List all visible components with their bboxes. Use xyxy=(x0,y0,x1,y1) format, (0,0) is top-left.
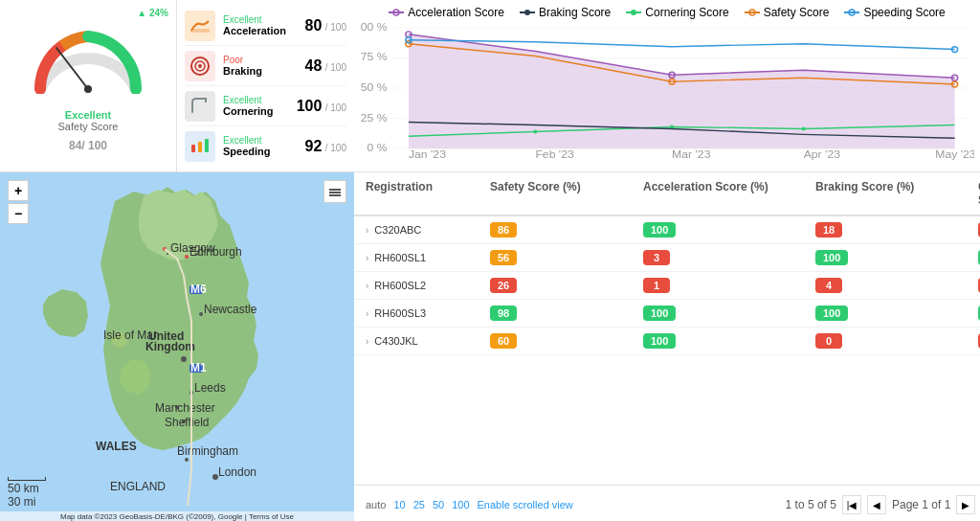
row-safety-badge: 26 xyxy=(490,278,517,293)
scores-list: Excellent Acceleration 80 / 100 Poor Bra… xyxy=(177,0,354,172)
svg-point-50 xyxy=(185,255,189,259)
next-page-button[interactable]: ▶ xyxy=(956,495,975,514)
map-layers-button[interactable] xyxy=(323,180,346,203)
header-braking: Braking Score (%) xyxy=(815,180,978,207)
svg-text:Isle of Man: Isle of Man xyxy=(103,328,160,342)
chart-svg: 100 % 75 % 50 % 25 % 0 % Jan '23 Feb '23… xyxy=(360,23,974,160)
cornering-value: 100 / 100 xyxy=(297,98,346,115)
row-accel-badge: 1 xyxy=(643,278,670,293)
svg-rect-77 xyxy=(329,194,341,196)
svg-rect-75 xyxy=(329,189,341,191)
map-placeholder: Glasgow Edinburgh Newcastle United Kingd… xyxy=(0,172,354,521)
svg-text:Leeds: Leeds xyxy=(194,381,226,395)
row-registration: RH600SL2 xyxy=(374,280,426,291)
svg-text:M1: M1 xyxy=(190,361,207,374)
row-registration: RH600SL1 xyxy=(374,252,426,263)
row-chevron[interactable]: › xyxy=(366,225,368,236)
footer-showing: 1 to 5 of 5 xyxy=(786,498,836,511)
footer-page-25[interactable]: 25 xyxy=(413,499,425,510)
gauge-text: Excellent Safety Score 84/ 100 xyxy=(58,109,119,154)
row-braking-col: 100 xyxy=(815,250,978,265)
svg-rect-7 xyxy=(191,145,195,152)
table-row: › RH600SL3 98 100 100 100 xyxy=(354,300,980,328)
svg-text:Feb '23: Feb '23 xyxy=(535,147,574,160)
row-registration: C320ABC xyxy=(374,224,421,236)
row-accel-badge: 100 xyxy=(643,222,676,238)
svg-rect-8 xyxy=(198,142,202,152)
row-chevron[interactable]: › xyxy=(366,336,368,347)
map-controls[interactable]: + − xyxy=(8,180,29,224)
prev-page-button[interactable]: ◀ xyxy=(867,495,886,514)
gauge-svg xyxy=(26,17,150,94)
acceleration-value: 80 / 100 xyxy=(305,17,346,34)
row-accel-badge: 100 xyxy=(643,306,676,321)
cornering-score-item: Excellent Cornering 100 / 100 xyxy=(185,87,346,126)
svg-text:Birmingham: Birmingham xyxy=(177,444,238,458)
map-attribution: Map data ©2023 GeoBasis-DE/BKG (©2009), … xyxy=(0,511,354,521)
braking-icon xyxy=(185,51,215,81)
footer-page-50[interactable]: 50 xyxy=(433,499,444,510)
row-accel-badge: 3 xyxy=(643,250,670,265)
svg-point-52 xyxy=(199,312,203,316)
row-safety-badge: 56 xyxy=(490,250,517,265)
footer-auto-label: auto xyxy=(366,499,386,510)
svg-text:Apr '23: Apr '23 xyxy=(804,147,841,160)
svg-text:M6: M6 xyxy=(190,283,207,296)
svg-text:0 %: 0 % xyxy=(367,141,387,154)
braking-name: Braking xyxy=(223,65,305,77)
row-safety-col: 26 xyxy=(490,278,643,293)
cornering-icon xyxy=(185,91,215,122)
map-zoom-out-button[interactable]: − xyxy=(8,203,29,224)
row-accel-col: 100 xyxy=(643,306,815,321)
footer-enable-scrolled[interactable]: Enable scrolled view xyxy=(478,499,573,510)
svg-point-65 xyxy=(185,458,189,462)
row-chevron[interactable]: › xyxy=(366,281,368,291)
acceleration-score-item: Excellent Acceleration 80 / 100 xyxy=(185,7,346,46)
svg-text:75 %: 75 % xyxy=(361,51,388,64)
row-accel-badge: 100 xyxy=(643,333,676,349)
map-scale-bar xyxy=(8,477,46,481)
row-braking-col: 0 xyxy=(815,333,978,349)
cornering-info: Excellent Cornering xyxy=(223,95,297,117)
row-reg-col: › RH600SL3 xyxy=(366,307,490,319)
legend-cornering: Cornering Score xyxy=(626,6,728,19)
row-reg-col: › C430JKL xyxy=(366,335,490,347)
row-chevron[interactable]: › xyxy=(366,308,368,319)
table-panel: Registration Safety Score (%) Accelerati… xyxy=(354,172,980,521)
footer-page-100[interactable]: 100 xyxy=(452,499,469,510)
svg-point-2 xyxy=(126,60,136,70)
row-accel-col: 100 xyxy=(643,222,815,238)
svg-text:Jan '23: Jan '23 xyxy=(409,147,446,160)
first-page-button[interactable]: |◀ xyxy=(842,495,861,514)
row-safety-col: 98 xyxy=(490,306,643,321)
row-braking-badge: 0 xyxy=(815,333,842,349)
svg-point-43 xyxy=(533,129,537,133)
row-braking-badge: 4 xyxy=(815,278,842,293)
speeding-score-item: Excellent Speeding 92 / 100 xyxy=(185,127,346,166)
table-row: › C320ABC 86 100 18 26 xyxy=(354,216,980,244)
speeding-name: Speeding xyxy=(223,146,305,157)
table-row: › RH600SL2 26 1 4 11 xyxy=(354,272,980,300)
row-braking-badge: 100 xyxy=(815,306,848,321)
svg-point-15 xyxy=(631,10,636,15)
map-scale-label: 50 km xyxy=(8,482,39,495)
row-safety-badge: 86 xyxy=(490,222,517,238)
row-braking-col: 4 xyxy=(815,278,978,293)
svg-rect-3 xyxy=(190,29,210,33)
svg-text:London: London xyxy=(218,465,256,479)
braking-quality: Poor xyxy=(223,55,305,65)
gauge-container xyxy=(26,17,150,103)
svg-point-13 xyxy=(524,10,530,15)
legend-safety: Safety Score xyxy=(745,6,830,19)
row-accel-col: 3 xyxy=(643,250,815,265)
row-braking-col: 100 xyxy=(815,306,978,321)
legend-braking: Braking Score xyxy=(520,6,611,19)
footer-page-10[interactable]: 10 xyxy=(393,499,405,510)
svg-text:50 %: 50 % xyxy=(361,80,388,94)
row-chevron[interactable]: › xyxy=(366,253,368,263)
map-zoom-in-button[interactable]: + xyxy=(8,180,29,201)
svg-point-48 xyxy=(167,253,168,255)
svg-rect-76 xyxy=(329,192,341,193)
map-svg: Glasgow Edinburgh Newcastle United Kingd… xyxy=(0,172,354,521)
row-reg-col: › C320ABC xyxy=(366,224,490,236)
